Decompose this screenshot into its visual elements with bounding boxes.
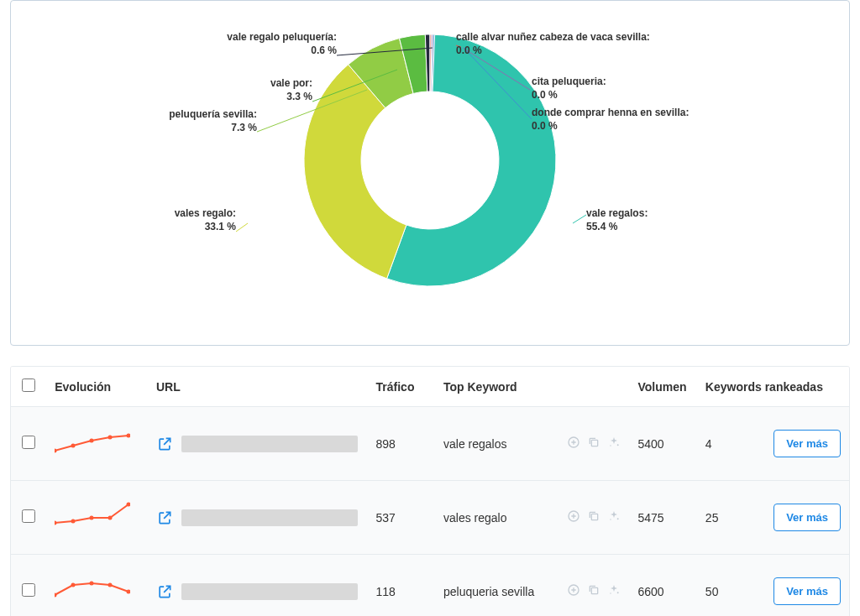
chart-panel: vale regalos: 55.4 % vales regalo: 33.1 … [10, 0, 850, 346]
label-text: vale regalos: [586, 207, 648, 219]
cell-rankeadas: 50 [705, 585, 719, 598]
label-vales-regalo: vales regalo: 33.1 % [175, 206, 236, 233]
header-evolucion[interactable]: Evolución [46, 367, 148, 407]
label-calle-alvar: calle alvar nuñez cabeza de vaca sevilla… [456, 30, 650, 57]
sparkle-icon[interactable] [607, 509, 621, 525]
label-text: vale por: [270, 77, 312, 89]
label-text: cita peluqueria: [532, 76, 606, 87]
cell-trafico: 118 [368, 555, 435, 617]
url-redacted [181, 436, 358, 452]
label-pct: 0.6 % [227, 44, 337, 57]
label-pct: 0.0 % [532, 88, 606, 102]
label-text: calle alvar nuñez cabeza de vaca sevilla… [456, 31, 650, 43]
svg-point-9 [55, 521, 57, 525]
external-link-icon[interactable] [156, 509, 173, 526]
svg-point-0 [55, 449, 57, 453]
cell-volumen: 6600 [629, 555, 696, 617]
svg-point-21 [108, 583, 113, 587]
label-pct: 0.0 % [532, 119, 689, 133]
svg-point-20 [90, 582, 94, 586]
label-pct: 3.3 % [270, 90, 312, 103]
svg-point-22 [127, 590, 131, 594]
table-row: 118peluqueria sevilla660050Ver más [11, 555, 849, 617]
label-text: donde comprar henna en sevilla: [532, 107, 689, 118]
label-peluqueria-sevilla: peluquería sevilla: 7.3 % [169, 107, 257, 134]
sparkle-icon[interactable] [607, 583, 621, 599]
svg-rect-15 [592, 514, 598, 519]
svg-point-4 [127, 434, 131, 438]
select-all-checkbox[interactable] [22, 378, 35, 392]
label-pct: 55.4 % [586, 220, 648, 233]
sparkline [55, 499, 130, 533]
external-link-icon[interactable] [156, 436, 173, 452]
copy-icon[interactable] [587, 583, 600, 599]
row-checkbox[interactable] [22, 509, 35, 523]
label-donde-henna: donde comprar henna en sevilla: 0.0 % [532, 106, 689, 133]
svg-rect-6 [592, 440, 598, 446]
sparkle-icon[interactable] [607, 436, 621, 452]
svg-point-1 [71, 444, 76, 448]
label-pct: 7.3 % [169, 121, 257, 134]
cell-rankeadas: 25 [705, 511, 719, 525]
cell-volumen: 5400 [629, 407, 696, 481]
svg-point-3 [108, 436, 113, 440]
svg-point-8 [611, 445, 611, 446]
label-pct: 0.0 % [456, 44, 650, 57]
label-text: vales regalo: [175, 207, 236, 219]
ver-mas-button[interactable]: Ver más [773, 577, 841, 605]
chart-stage: vale regalos: 55.4 % vales regalo: 33.1 … [28, 18, 832, 328]
ver-mas-button[interactable]: Ver más [773, 430, 841, 457]
ver-mas-button[interactable]: Ver más [773, 504, 841, 531]
external-link-icon[interactable] [156, 583, 173, 600]
header-keywords-rankeadas[interactable]: Keywords rankeadas [697, 367, 849, 407]
label-vale-regalo-peluqueria: vale regalo peluquería: 0.6 % [227, 30, 337, 57]
cell-top-keyword: vales regalo [443, 511, 507, 525]
svg-point-26 [611, 593, 611, 593]
cell-top-keyword: vale regalos [443, 437, 507, 451]
copy-icon[interactable] [587, 436, 600, 452]
svg-point-25 [617, 592, 619, 593]
table-row: 898vale regalos54004Ver más [11, 407, 849, 481]
svg-point-11 [90, 516, 94, 520]
row-checkbox[interactable] [22, 583, 35, 597]
label-vale-regalos: vale regalos: 55.4 % [586, 206, 648, 233]
cell-top-keyword: peluqueria sevilla [443, 585, 534, 598]
label-vale-por: vale por: 3.3 % [270, 76, 312, 103]
row-checkbox[interactable] [22, 436, 35, 449]
table-header-row: Evolución URL Tráfico Top Keyword Volume… [11, 367, 849, 407]
url-redacted [181, 583, 358, 600]
svg-point-19 [71, 583, 76, 587]
label-text: peluquería sevilla: [169, 108, 257, 120]
header-volumen[interactable]: Volumen [629, 367, 696, 407]
header-url[interactable]: URL [148, 367, 368, 407]
add-icon[interactable] [567, 509, 580, 525]
header-trafico[interactable]: Tráfico [368, 367, 435, 407]
cell-trafico: 537 [368, 481, 435, 555]
url-redacted [181, 509, 358, 526]
table-row: 537vales regalo547525Ver más [11, 481, 849, 555]
cell-volumen: 5475 [629, 481, 696, 555]
copy-icon[interactable] [587, 509, 600, 525]
cell-rankeadas: 4 [705, 437, 712, 451]
svg-point-7 [617, 444, 619, 446]
header-checkbox[interactable] [11, 367, 46, 407]
svg-point-16 [617, 518, 619, 519]
header-top-keyword[interactable]: Top Keyword [435, 367, 629, 407]
label-pct: 33.1 % [175, 220, 236, 233]
sparkline [55, 573, 130, 607]
add-icon[interactable] [567, 436, 580, 452]
cell-trafico: 898 [368, 407, 435, 481]
svg-point-17 [611, 519, 611, 519]
donut-chart [300, 30, 560, 290]
label-text: vale regalo peluquería: [227, 31, 337, 43]
svg-point-10 [71, 519, 76, 524]
svg-rect-24 [592, 587, 598, 593]
results-table: Evolución URL Tráfico Top Keyword Volume… [10, 366, 850, 616]
add-icon[interactable] [567, 583, 580, 599]
sparkline [55, 425, 130, 459]
label-cita-peluqueria: cita peluqueria: 0.0 % [532, 75, 606, 102]
svg-point-12 [108, 516, 113, 520]
svg-point-2 [90, 439, 94, 443]
